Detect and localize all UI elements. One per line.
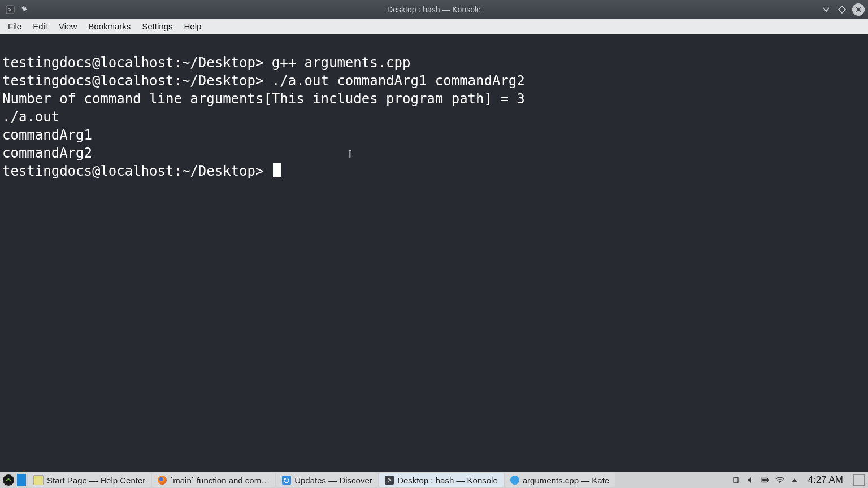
menu-file[interactable]: File [2, 20, 27, 32]
show-desktop-button[interactable] [853, 474, 865, 486]
pin-icon[interactable] [19, 4, 31, 15]
svg-rect-4 [734, 477, 738, 483]
menu-help[interactable]: Help [179, 20, 207, 32]
close-button[interactable] [852, 3, 865, 16]
task-list: Start Page — Help Center `main` function… [27, 472, 615, 488]
svg-rect-7 [768, 479, 769, 481]
task-kate[interactable]: arguments.cpp — Kate [505, 473, 615, 487]
taskbar: Start Page — Help Center `main` function… [0, 472, 868, 488]
help-center-icon [33, 475, 44, 485]
clock[interactable]: 4:27 AM [805, 474, 847, 486]
app-launcher-button[interactable] [0, 472, 17, 488]
terminal-prompt: testingdocs@localhost:~/Desktop> [2, 163, 281, 179]
kate-icon [510, 476, 519, 485]
battery-icon[interactable] [761, 476, 770, 485]
svg-text:>: > [8, 6, 11, 13]
network-icon[interactable] [775, 476, 784, 485]
terminal-cursor [273, 163, 281, 177]
system-tray: 4:27 AM [728, 474, 868, 486]
task-help-center[interactable]: Start Page — Help Center [28, 473, 151, 487]
window-title: Desktop : bash — Konsole [0, 5, 868, 14]
terminal-line: ./a.out [2, 109, 59, 125]
task-konsole[interactable]: > Desktop : bash — Konsole [379, 473, 504, 487]
menu-edit[interactable]: Edit [27, 20, 53, 32]
terminal[interactable]: testingdocs@localhost:~/Desktop> g++ arg… [0, 34, 868, 472]
minimize-button[interactable] [821, 4, 832, 15]
volume-icon[interactable] [746, 476, 755, 485]
svg-rect-8 [762, 479, 767, 481]
svg-point-2 [5, 477, 12, 483]
terminal-line: commandArg2 [2, 145, 92, 161]
terminal-line: commandArg1 [2, 127, 92, 143]
task-label: Desktop : bash — Konsole [397, 476, 498, 485]
tray-expand-icon[interactable] [790, 476, 799, 485]
firefox-icon [158, 476, 167, 485]
menu-settings[interactable]: Settings [136, 20, 178, 32]
svg-point-3 [8, 478, 10, 480]
window-titlebar: > Desktop : bash — Konsole [0, 0, 868, 19]
maximize-button[interactable] [836, 4, 848, 15]
task-discover[interactable]: ⭮ Updates — Discover [276, 473, 378, 487]
svg-rect-5 [735, 477, 737, 478]
app-menu-icon[interactable]: > [5, 4, 16, 15]
clipboard-icon[interactable] [731, 476, 740, 485]
task-label: `main` function and com… [170, 476, 270, 485]
menubar: File Edit View Bookmarks Settings Help [0, 19, 868, 34]
svg-point-9 [779, 482, 780, 483]
task-label: arguments.cpp — Kate [523, 476, 609, 485]
task-firefox[interactable]: `main` function and com… [152, 473, 275, 487]
konsole-icon: > [385, 476, 394, 485]
task-label: Start Page — Help Center [47, 476, 145, 485]
terminal-line: Number of command line arguments[This in… [2, 91, 525, 107]
text-cursor-icon: I [348, 145, 352, 163]
menu-view[interactable]: View [53, 20, 83, 32]
terminal-line: testingdocs@localhost:~/Desktop> g++ arg… [2, 55, 410, 71]
terminal-line: testingdocs@localhost:~/Desktop> ./a.out… [2, 73, 525, 89]
active-desktop-indicator[interactable] [17, 474, 26, 486]
discover-icon: ⭮ [282, 476, 291, 485]
menu-bookmarks[interactable]: Bookmarks [83, 20, 136, 32]
task-label: Updates — Discover [294, 476, 372, 485]
